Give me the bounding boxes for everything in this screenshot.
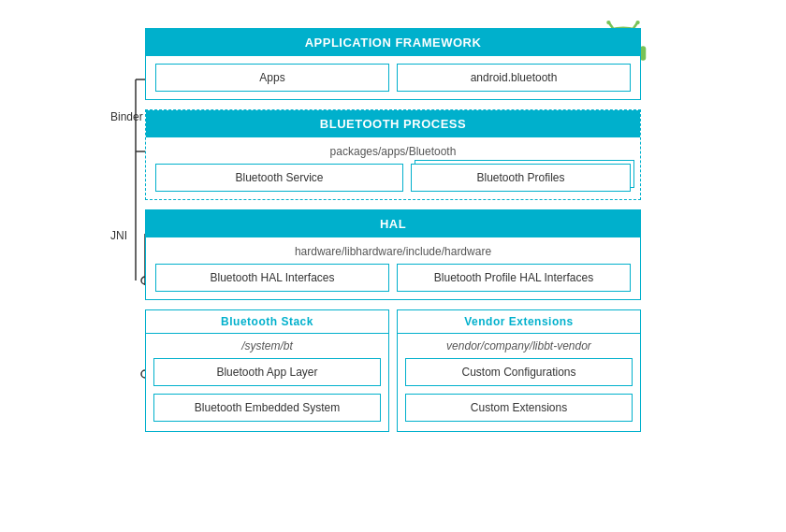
bluetooth-process-header: BLUETOOTH PROCESS bbox=[146, 110, 640, 137]
bluetooth-stack-subtitle: /system/bt bbox=[153, 339, 381, 352]
vendor-extensions-section: Vendor Extensions vendor/company/libbt-v… bbox=[397, 309, 641, 432]
jni-label: JNI bbox=[110, 229, 127, 242]
bluetooth-process-section: BLUETOOTH PROCESS packages/apps/Bluetoot… bbox=[145, 109, 641, 200]
bluetooth-process-subtitle: packages/apps/Bluetooth bbox=[155, 145, 631, 158]
bluetooth-app-layer-box: Bluetooth App Layer bbox=[153, 358, 381, 386]
hal-body: hardware/libhardware/include/hardware Bl… bbox=[146, 237, 640, 299]
vendor-extensions-subtitle: vendor/company/libbt-vendor bbox=[405, 339, 633, 352]
bottom-row: Bluetooth Stack /system/bt Bluetooth App… bbox=[145, 309, 641, 432]
hal-header: HAL bbox=[146, 210, 640, 237]
app-framework-body: Apps android.bluetooth bbox=[146, 56, 640, 99]
hal-boxes: Bluetooth HAL Interfaces Bluetooth Profi… bbox=[155, 264, 631, 292]
bluetooth-process-boxes: Bluetooth Service Bluetooth Profiles bbox=[155, 164, 631, 192]
binder-label: Binder bbox=[110, 110, 143, 123]
vendor-extensions-header: Vendor Extensions bbox=[398, 310, 640, 334]
hal-interfaces-box: Bluetooth HAL Interfaces bbox=[155, 264, 389, 292]
app-framework-section: APPLICATION FRAMEWORK Apps android.bluet… bbox=[145, 28, 641, 100]
bluetooth-profiles-box: Bluetooth Profiles bbox=[411, 164, 631, 192]
custom-extensions-box: Custom Extensions bbox=[405, 394, 633, 422]
android-bluetooth-box: android.bluetooth bbox=[397, 64, 631, 92]
custom-configurations-box: Custom Configurations bbox=[405, 358, 633, 386]
svg-point-3 bbox=[635, 21, 639, 24]
diagram-wrapper: APPLICATION FRAMEWORK Apps android.bluet… bbox=[145, 28, 641, 432]
bluetooth-process-body: packages/apps/Bluetooth Bluetooth Servic… bbox=[146, 137, 640, 199]
app-framework-boxes: Apps android.bluetooth bbox=[155, 64, 631, 92]
hal-profile-interfaces-box: Bluetooth Profile HAL Interfaces bbox=[397, 264, 631, 292]
bluetooth-stack-header: Bluetooth Stack bbox=[146, 310, 388, 334]
app-framework-header: APPLICATION FRAMEWORK bbox=[146, 29, 640, 56]
bluetooth-stack-body: /system/bt Bluetooth App Layer Bluetooth… bbox=[146, 334, 388, 431]
vendor-extensions-body: vendor/company/libbt-vendor Custom Confi… bbox=[398, 334, 640, 431]
svg-rect-8 bbox=[640, 46, 646, 61]
bluetooth-profiles-stack: Bluetooth Profiles bbox=[411, 164, 631, 192]
bluetooth-service-box: Bluetooth Service bbox=[155, 164, 403, 192]
bluetooth-stack-section: Bluetooth Stack /system/bt Bluetooth App… bbox=[145, 309, 389, 432]
hal-subtitle: hardware/libhardware/include/hardware bbox=[155, 245, 631, 258]
svg-point-2 bbox=[606, 21, 610, 24]
bluetooth-embedded-box: Bluetooth Embedded System bbox=[153, 394, 381, 422]
hal-section: HAL hardware/libhardware/include/hardwar… bbox=[145, 209, 641, 300]
apps-box: Apps bbox=[155, 64, 389, 92]
